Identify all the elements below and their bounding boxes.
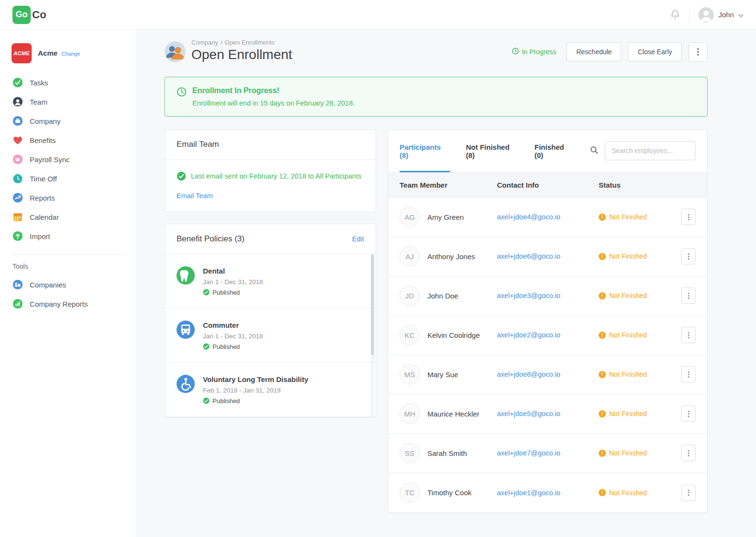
sidebar-item-tasks[interactable]: Tasks (0, 73, 136, 92)
enrollment-people-icon (165, 41, 186, 62)
policy-item-dental[interactable]: Dental Jan 1 - Dec 31, 2018 Published (165, 254, 376, 309)
benefit-policies-title: Benefit Policies (3) (177, 234, 245, 244)
sidebar-item-import[interactable]: Import (0, 227, 136, 246)
email-link[interactable]: axel+jdoe8@goco.io (497, 370, 560, 378)
sidebar-item-label: Company (30, 117, 60, 125)
participants-tabs: Participants (8) Not Finished (8) Finish… (388, 130, 707, 172)
sidebar-item-payroll-sync[interactable]: Payroll Sync (0, 150, 136, 169)
email-link[interactable]: axel+jdoe4@goco.io (497, 213, 560, 221)
benefit-policies-card: Benefit Policies (3) Edit Dental Jan 1 -… (165, 224, 376, 418)
notifications-button[interactable] (670, 9, 681, 21)
email-link[interactable]: axel+jdoe3@goco.io (497, 292, 560, 299)
email-team-card: Email Team Last email sent on February 1… (165, 129, 376, 212)
row-menu-button[interactable] (681, 485, 696, 501)
row-menu-button[interactable] (681, 327, 696, 343)
status-label: In Progress (522, 48, 556, 56)
row-menu-button[interactable] (681, 406, 696, 422)
warning-icon: ! (599, 253, 606, 260)
user-menu[interactable]: John (698, 7, 744, 23)
avatar: AJ (400, 246, 420, 266)
change-company-link[interactable]: Change (61, 51, 80, 57)
policy-item-voluntary-ltd[interactable]: Voluntary Long Term Disability Feb 1, 20… (165, 363, 376, 417)
check-circle-icon (203, 397, 210, 404)
row-menu-button[interactable] (681, 366, 696, 382)
avatar: SS (400, 443, 420, 463)
member-name: Anthony Jones (427, 252, 475, 261)
sidebar-item-label: Import (30, 232, 50, 240)
policy-status: Published (203, 343, 263, 350)
check-circle-icon (177, 171, 186, 181)
participants-table-body: AG Amy Green axel+jdoe4@goco.io ! Not Fi… (388, 198, 707, 513)
alert-message: Enrollment will end in 15 days on Februa… (192, 99, 355, 107)
page-header: Company/Open Enrollments Open Enrollment… (165, 39, 708, 62)
sidebar-item-label: Tasks (30, 79, 48, 87)
row-menu-button[interactable] (681, 287, 696, 304)
close-early-button[interactable]: Close Early (628, 42, 682, 61)
kebab-icon (688, 295, 689, 297)
row-menu-button[interactable] (681, 248, 696, 264)
email-link[interactable]: axel+jdoe7@goco.io (497, 449, 560, 457)
acme-logo: ACME (12, 43, 32, 63)
row-menu-button[interactable] (681, 445, 696, 461)
check-circle-icon (203, 343, 210, 350)
member-name: Kelvin Coolridge (427, 331, 480, 339)
sidebar-item-company[interactable]: Company (0, 111, 136, 131)
policy-status: Published (203, 397, 308, 405)
sidebar-divider (12, 254, 123, 255)
tab-finished[interactable]: Finished (0) (534, 130, 574, 172)
wheelchair-icon (177, 375, 195, 393)
member-name: Sarah Smith (427, 449, 467, 457)
scrollbar-thumb[interactable] (371, 254, 374, 355)
tab-not-finished[interactable]: Not Finished (8) (466, 130, 519, 172)
kebab-icon (688, 413, 689, 415)
status-badge: Not Finished (609, 370, 647, 378)
goco-logo[interactable]: Go Co (12, 6, 46, 24)
sidebar-item-team[interactable]: Team (0, 92, 136, 111)
email-link[interactable]: axel+jdoe6@goco.io (497, 252, 560, 260)
tab-participants[interactable]: Participants (8) (400, 130, 450, 172)
user-avatar (698, 7, 714, 23)
tooth-icon (177, 266, 195, 285)
sidebar-item-calendar[interactable]: Calendar (0, 207, 136, 227)
status-badge: Not Finished (609, 449, 647, 457)
edit-policies-link[interactable]: Edit (352, 235, 364, 243)
breadcrumb: Company/Open Enrollments (191, 39, 292, 46)
search-input[interactable] (605, 141, 696, 160)
scrollbar[interactable] (371, 254, 374, 417)
warning-icon: ! (599, 371, 606, 378)
email-link[interactable]: axel+jdoe5@goco.io (497, 410, 560, 418)
import-icon (12, 231, 23, 241)
reschedule-button[interactable]: Reschedule (567, 42, 621, 61)
header-menu-button[interactable] (688, 42, 708, 62)
sidebar-item-benefits[interactable]: Benefits (0, 131, 136, 150)
table-row: SS Sarah Smith axel+jdoe7@goco.io ! Not … (388, 434, 707, 473)
kebab-icon (688, 334, 689, 336)
goco-logo-mark: Go (12, 6, 31, 24)
page-title: Open Enrollment (191, 48, 292, 62)
sidebar-item-time-off[interactable]: Time Off (0, 169, 136, 188)
goco-logo-text: Co (32, 9, 46, 21)
user-name: John (718, 11, 734, 19)
email-link[interactable]: axel+jdoe2@goco.io (497, 331, 560, 339)
status-badge: Not Finished (609, 213, 647, 221)
email-link[interactable]: axel+jdoe1@goco.io (497, 489, 560, 497)
sidebar-item-reports[interactable]: Reports (0, 188, 136, 207)
kebab-icon (688, 492, 689, 493)
table-row: AJ Anthony Jones axel+jdoe6@goco.io ! No… (388, 237, 707, 276)
sidebar-item-companies[interactable]: Companies (0, 275, 136, 294)
tasks-icon (12, 77, 23, 88)
breadcrumb-company-link[interactable]: Company (191, 39, 218, 46)
sidebar-item-label: Time Off (30, 175, 57, 183)
sidebar-item-company-reports[interactable]: Company Reports (0, 294, 136, 313)
status-badge: Not Finished (609, 410, 647, 418)
warning-icon: ! (599, 292, 606, 299)
status-badge: Not Finished (609, 252, 647, 260)
reports-icon (12, 192, 23, 203)
policy-item-commuter[interactable]: Commuter Jan 1 - Dec 31, 2018 Published (165, 309, 376, 363)
avatar: MS (400, 364, 420, 384)
breadcrumb-open-enrollments-link[interactable]: Open Enrollments (224, 39, 274, 46)
member-name: Amy Green (427, 213, 464, 221)
email-team-link[interactable]: Email Team (177, 192, 213, 200)
check-circle-icon (203, 289, 210, 296)
row-menu-button[interactable] (681, 209, 696, 225)
